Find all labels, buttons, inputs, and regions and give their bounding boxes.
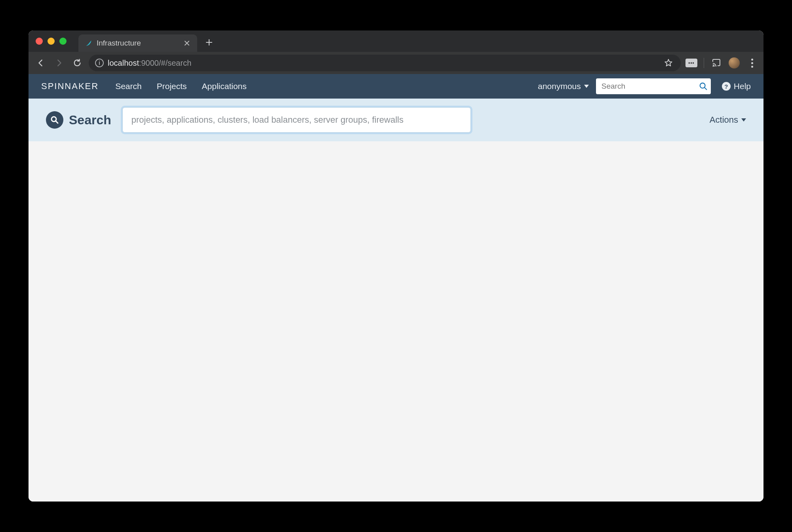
nav-link-applications[interactable]: Applications [202,82,247,91]
page-header-bar: Search Actions [29,99,763,141]
site-info-icon[interactable]: i [95,59,104,67]
url-rest: :9000/#/search [139,59,191,67]
search-icon [46,111,63,129]
window-controls [36,38,67,45]
address-bar-row: i localhost:9000/#/search ••• [29,52,763,74]
caret-down-icon [741,118,746,122]
header-search [596,78,711,94]
reload-button[interactable] [70,56,84,70]
actions-label: Actions [710,115,738,125]
extension-badge-icon[interactable]: ••• [685,59,697,67]
nav-link-projects[interactable]: Projects [157,82,187,91]
main-search-input[interactable] [122,107,471,133]
header-search-input[interactable] [596,78,711,94]
help-label: Help [734,82,751,91]
main-search [122,107,471,133]
address-bar[interactable]: i localhost:9000/#/search [89,55,681,71]
actions-menu[interactable]: Actions [710,115,746,125]
url-text: localhost:9000/#/search [108,59,191,68]
help-link[interactable]: ? Help [722,82,751,91]
maximize-window-button[interactable] [59,38,67,45]
header-search-button[interactable] [699,82,708,91]
browser-tab[interactable]: Infrastructure [78,34,197,52]
nav-link-search[interactable]: Search [115,82,142,91]
svg-point-0 [713,66,714,67]
toolbar-right: ••• [685,57,758,69]
close-tab-button[interactable] [183,39,191,47]
minimize-window-button[interactable] [48,38,55,45]
app-header: SPINNAKER Search Projects Applications a… [29,74,763,99]
url-host: localhost [108,59,139,67]
spinnaker-favicon-icon [85,39,93,47]
page-title: Search [46,111,111,129]
help-icon: ? [722,82,731,91]
browser-chrome: Infrastructure i l [29,30,763,74]
user-menu[interactable]: anonymous [538,82,589,91]
cast-icon[interactable] [710,57,722,69]
divider [704,58,704,68]
content-area [29,141,763,502]
tab-title: Infrastructure [97,39,141,48]
forward-button[interactable] [52,56,66,70]
browser-menu-button[interactable] [746,57,758,69]
tab-strip: Infrastructure [29,30,763,52]
brand-logo[interactable]: SPINNAKER [41,81,99,91]
back-button[interactable] [34,56,48,70]
caret-down-icon [584,85,589,88]
primary-nav: Search Projects Applications [115,82,247,91]
user-name: anonymous [538,82,581,91]
new-tab-button[interactable] [202,35,216,49]
bookmark-star-icon[interactable] [663,57,674,69]
browser-window: Infrastructure i l [29,30,763,502]
close-window-button[interactable] [36,38,43,45]
page-title-text: Search [69,113,111,127]
profile-avatar[interactable] [729,57,740,68]
